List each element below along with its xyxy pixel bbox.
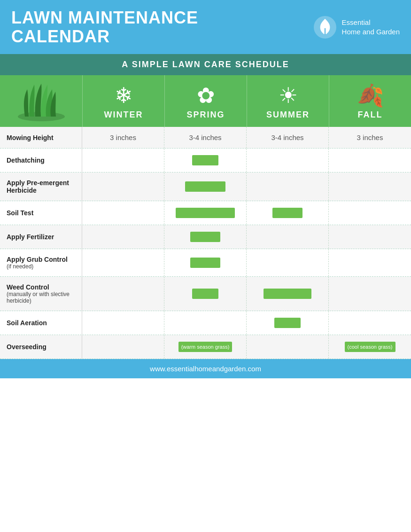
cell-apply-grub-spring xyxy=(164,249,247,276)
label-text-overseeding: Overseeding xyxy=(7,343,75,351)
summer-icon: ☀ xyxy=(279,85,298,106)
cell-mowing-height-spring: 3-4 inches xyxy=(164,127,247,148)
row-weed-control: Weed Control(manually or with slective h… xyxy=(0,277,411,311)
cell-apply-grub-summer xyxy=(247,249,329,276)
cell-dethatching-fall xyxy=(329,149,411,172)
cell-weed-control-fall xyxy=(329,277,411,311)
cell-apply-preemergent-fall xyxy=(329,172,411,201)
winter-icon: ❄ xyxy=(115,85,133,106)
page-title: LAWN MAINTENANCE CALENDAR xyxy=(11,8,198,46)
row-soil-aeration: Soil Aeration xyxy=(0,311,411,335)
cell-dethatching-winter xyxy=(82,149,164,172)
fall-label: FALL xyxy=(358,110,383,120)
footer: www.essentialhomeandgarden.com xyxy=(0,359,411,378)
row-label-soil-aeration: Soil Aeration xyxy=(0,311,82,335)
season-spring-header: ✿ SPRING xyxy=(164,75,247,127)
row-apply-fertilizer: Apply Fertilizer xyxy=(0,225,411,249)
cell-soil-test-summer xyxy=(247,201,329,225)
label-sub-weed-control: (manually or with slective herbicide) xyxy=(7,291,75,304)
cell-weed-control-winter xyxy=(82,277,164,311)
cell-dethatching-spring xyxy=(164,149,247,172)
row-label-dethatching: Dethatching xyxy=(0,149,82,172)
row-label-overseeding: Overseeding xyxy=(0,335,82,359)
row-apply-grub: Apply Grub Control(if needed) xyxy=(0,249,411,277)
cell-dethatching-summer xyxy=(247,149,329,172)
row-label-apply-grub: Apply Grub Control(if needed) xyxy=(0,249,82,276)
cell-overseeding-winter xyxy=(82,335,164,359)
green-bar-soil-aeration-summer xyxy=(274,318,300,328)
green-bar-weed-control-summer xyxy=(264,289,312,299)
label-text-soil-aeration: Soil Aeration xyxy=(7,319,75,327)
cell-soil-aeration-summer xyxy=(247,311,329,335)
cell-weed-control-spring xyxy=(164,277,247,311)
cell-mowing-height-summer: 3-4 inches xyxy=(247,127,329,148)
spring-icon: ✿ xyxy=(197,85,215,106)
row-label-weed-control: Weed Control(manually or with slective h… xyxy=(0,277,82,311)
cell-soil-aeration-winter xyxy=(82,311,164,335)
label-text-apply-grub: Apply Grub Control xyxy=(7,256,75,263)
label-text-apply-fertilizer: Apply Fertilizer xyxy=(7,233,75,241)
header-section: LAWN MAINTENANCE CALENDAR Essential Home… xyxy=(0,0,411,54)
logo-area: Essential Home and Garden xyxy=(313,15,400,39)
cell-apply-fertilizer-winter xyxy=(82,225,164,249)
logo-icon xyxy=(313,15,337,39)
row-overseeding: Overseeding(warm season grass)(cool seas… xyxy=(0,335,411,359)
cell-apply-fertilizer-fall xyxy=(329,225,411,249)
green-bar-dethatching-spring xyxy=(192,155,218,165)
cell-soil-aeration-spring xyxy=(164,311,247,335)
row-soil-test: Soil Test xyxy=(0,201,411,225)
season-winter-header: ❄ WINTER xyxy=(82,75,164,127)
cell-apply-fertilizer-spring xyxy=(164,225,247,249)
cell-weed-control-summer xyxy=(247,277,329,311)
cell-apply-grub-fall xyxy=(329,249,411,276)
green-bar-apply-fertilizer-spring xyxy=(190,232,220,242)
cell-overseeding-fall: (cool season grass) xyxy=(329,335,411,359)
green-bar-apply-preemergent-spring xyxy=(185,181,226,192)
label-text-soil-test: Soil Test xyxy=(7,209,75,217)
subtitle-bar: A SIMPLE LAWN CARE SCHEDULE xyxy=(0,54,411,75)
label-sub-apply-grub: (if needed) xyxy=(7,263,75,270)
season-header-label-cell xyxy=(0,75,82,127)
cell-apply-fertilizer-summer xyxy=(247,225,329,249)
cell-apply-grub-winter xyxy=(82,249,164,276)
summer-label: SUMMER xyxy=(266,110,310,120)
data-rows-container: Mowing Height3 inches3-4 inches3-4 inche… xyxy=(0,127,411,359)
cell-mowing-height-winter: 3 inches xyxy=(82,127,164,148)
green-bar-soil-test-summer xyxy=(272,208,302,218)
cell-soil-test-winter xyxy=(82,201,164,225)
cell-soil-test-spring xyxy=(164,201,247,225)
spring-label: SPRING xyxy=(186,110,225,120)
fall-icon: 🍂 xyxy=(357,85,384,106)
cell-overseeding-summer xyxy=(247,335,329,359)
cell-apply-preemergent-spring xyxy=(164,172,247,201)
label-text-weed-control: Weed Control xyxy=(7,283,75,291)
cell-apply-preemergent-summer xyxy=(247,172,329,201)
labeled-bar-overseeding-spring: (warm season grass) xyxy=(178,342,233,352)
cell-soil-test-fall xyxy=(329,201,411,225)
label-text-apply-preemergent: Apply Pre-emergent Herbicide xyxy=(7,179,75,194)
row-label-soil-test: Soil Test xyxy=(0,201,82,225)
row-label-apply-preemergent: Apply Pre-emergent Herbicide xyxy=(0,172,82,201)
logo-text: Essential Home and Garden xyxy=(342,18,400,36)
cell-soil-aeration-fall xyxy=(329,311,411,335)
row-apply-preemergent: Apply Pre-emergent Herbicide xyxy=(0,172,411,201)
footer-url: www.essentialhomeandgarden.com xyxy=(150,365,261,373)
season-fall-header: 🍂 FALL xyxy=(329,75,411,127)
label-text-mowing-height: Mowing Height xyxy=(7,134,75,141)
cell-apply-preemergent-winter xyxy=(82,172,164,201)
green-bar-apply-grub-spring xyxy=(190,258,220,268)
row-mowing-height: Mowing Height3 inches3-4 inches3-4 inche… xyxy=(0,127,411,149)
winter-label: WINTER xyxy=(104,110,143,120)
green-bar-soil-test-spring xyxy=(176,208,235,218)
cell-mowing-height-fall: 3 inches xyxy=(329,127,411,148)
row-label-apply-fertilizer: Apply Fertilizer xyxy=(0,225,82,249)
grass-icon xyxy=(16,80,67,122)
row-dethatching: Dethatching xyxy=(0,149,411,172)
season-summer-header: ☀ SUMMER xyxy=(247,75,329,127)
season-header-row: ❄ WINTER ✿ SPRING ☀ SUMMER 🍂 FALL xyxy=(0,75,411,127)
labeled-bar-overseeding-fall: (cool season grass) xyxy=(345,342,395,352)
cell-overseeding-spring: (warm season grass) xyxy=(164,335,247,359)
label-text-dethatching: Dethatching xyxy=(7,156,75,164)
row-label-mowing-height: Mowing Height xyxy=(0,127,82,148)
green-bar-weed-control-spring xyxy=(192,289,218,299)
